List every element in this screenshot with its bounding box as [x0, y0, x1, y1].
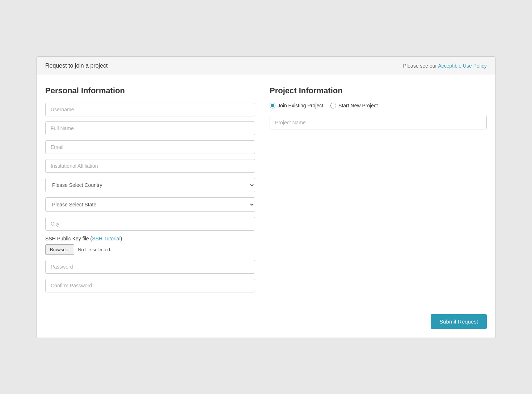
country-select[interactable]: Please Select Country	[45, 178, 255, 192]
confirm-password-group	[45, 279, 255, 292]
project-section: Project Information Join Existing Projec…	[270, 86, 487, 297]
email-input[interactable]	[45, 140, 255, 154]
start-new-label[interactable]: Start New Project	[330, 103, 378, 108]
username-input[interactable]	[45, 103, 255, 116]
project-section-title: Project Information	[270, 86, 487, 95]
page-header: Request to join a project Please see our…	[37, 57, 495, 75]
ssh-label: SSH Public Key file (SSH Tutorial)	[45, 236, 255, 241]
page-body: Personal Information Please Select Count…	[37, 75, 495, 308]
join-existing-text: Join Existing Project	[278, 103, 323, 108]
personal-section: Personal Information Please Select Count…	[45, 86, 255, 297]
join-existing-radio[interactable]	[270, 103, 275, 108]
ssh-label-end: )	[121, 236, 122, 241]
password-group	[45, 260, 255, 274]
state-group: Please Select State	[45, 197, 255, 212]
fullname-group	[45, 121, 255, 135]
confirm-password-input[interactable]	[45, 279, 255, 292]
city-group	[45, 217, 255, 231]
start-new-text: Start New Project	[338, 103, 378, 108]
policy-label: Please see our	[403, 63, 438, 69]
country-group: Please Select Country	[45, 178, 255, 192]
no-file-label: No file selected.	[78, 247, 111, 252]
join-existing-label[interactable]: Join Existing Project	[270, 103, 323, 108]
page-header-title: Request to join a project	[45, 63, 108, 69]
ssh-group: SSH Public Key file (SSH Tutorial) Brows…	[45, 236, 255, 255]
ssh-label-text: SSH Public Key file (	[45, 236, 92, 241]
page-wrapper: Request to join a project Please see our…	[36, 56, 496, 338]
policy-link[interactable]: Acceptible Use Policy	[438, 63, 487, 69]
project-name-group	[270, 116, 487, 129]
password-input[interactable]	[45, 260, 255, 274]
username-group	[45, 103, 255, 116]
project-type-radio-group: Join Existing Project Start New Project	[270, 103, 487, 108]
project-name-input[interactable]	[270, 116, 487, 129]
institutional-group	[45, 159, 255, 173]
personal-section-title: Personal Information	[45, 86, 255, 95]
file-upload-row: Browse... No file selected.	[45, 244, 255, 255]
submit-button[interactable]: Submit Request	[431, 314, 487, 329]
state-select[interactable]: Please Select State	[45, 197, 255, 212]
policy-text: Please see our Acceptible Use Policy	[403, 63, 487, 69]
email-group	[45, 140, 255, 154]
institutional-input[interactable]	[45, 159, 255, 173]
ssh-tutorial-link[interactable]: SSH Tutorial	[92, 236, 121, 241]
city-input[interactable]	[45, 217, 255, 231]
browse-button[interactable]: Browse...	[45, 244, 74, 255]
start-new-radio[interactable]	[330, 103, 336, 108]
page-footer: Submit Request	[37, 308, 495, 338]
fullname-input[interactable]	[45, 121, 255, 135]
